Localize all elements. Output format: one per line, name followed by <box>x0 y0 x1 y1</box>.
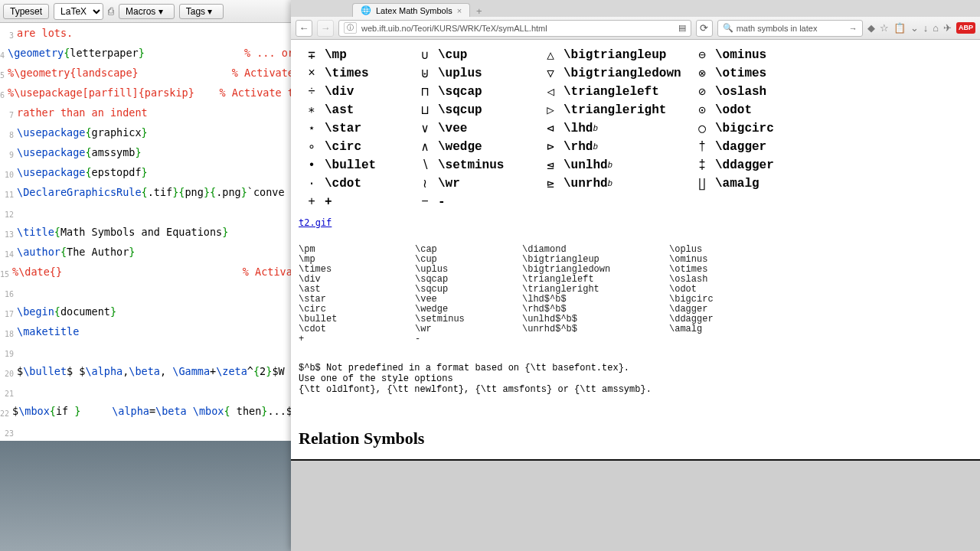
close-tab-icon[interactable]: × <box>457 6 462 15</box>
editor-source-view[interactable]: 3are lots.4\geometry{letterpaper} % ... … <box>0 23 291 502</box>
home-icon[interactable]: ⌂ <box>933 22 939 34</box>
download-icon[interactable]: ↓ <box>923 22 929 34</box>
new-tab-button[interactable]: + <box>470 5 488 17</box>
plain-text-table: \pm\cap\diamond\oplus\mp\cup\bigtriangle… <box>299 245 972 344</box>
page-content: ∓\mp∪\cup△\bigtriangleup⊖\ominus×\times⊎… <box>291 40 980 459</box>
back-button[interactable]: ← <box>296 20 312 37</box>
tags-dropdown[interactable]: Tags ▾ <box>179 4 224 19</box>
diamond-icon[interactable]: ◆ <box>867 22 875 34</box>
program-select[interactable]: LaTeX <box>54 3 103 20</box>
go-icon[interactable]: → <box>849 24 858 33</box>
pocket-icon[interactable]: ⌄ <box>910 22 919 34</box>
gif-link[interactable]: t2.gif <box>299 217 332 228</box>
toolbar-icons: ◆ ☆ 📋 ⌄ ↓ ⌂ ✈ ABP <box>867 22 975 34</box>
url-text: web.ift.uib.no/Teori/KURS/WRK/TeX/symALL… <box>361 24 547 33</box>
clipboard-icon[interactable]: 📋 <box>893 22 906 34</box>
desktop-background <box>0 441 291 551</box>
relation-symbols-heading: Relation Symbols <box>299 429 972 448</box>
tab-title: Latex Math Symbols <box>376 6 452 15</box>
reader-icon[interactable]: ▤ <box>678 23 686 33</box>
globe-icon: 🌐 <box>361 5 371 15</box>
editor-toolbar: Typeset LaTeX ⎙ Macros ▾ Tags ▾ <box>0 0 291 23</box>
info-icon[interactable]: ⓘ <box>344 22 357 34</box>
tab-strip: 🌐 Latex Math Symbols × + <box>291 0 980 17</box>
print-icon[interactable]: ⎙ <box>108 5 114 17</box>
search-text: math symbols in latex <box>737 24 818 33</box>
reload-button[interactable]: ⟳ <box>696 20 713 37</box>
abp-icon[interactable]: ABP <box>956 22 975 34</box>
video-letterbox <box>291 459 980 551</box>
search-icon: 🔍 <box>723 23 733 33</box>
macros-dropdown[interactable]: Macros ▾ <box>119 4 175 19</box>
url-field[interactable]: ⓘ web.ift.uib.no/Teori/KURS/WRK/TeX/symA… <box>338 20 691 37</box>
address-bar: ← → ⓘ web.ift.uib.no/Teori/KURS/WRK/TeX/… <box>291 17 980 40</box>
footnote-text: $^b$ Not predefined in a format based on… <box>299 363 972 395</box>
typeset-button[interactable]: Typeset <box>3 4 49 19</box>
forward-button[interactable]: → <box>317 20 334 37</box>
browser-tab[interactable]: 🌐 Latex Math Symbols × <box>352 3 470 17</box>
star-icon[interactable]: ☆ <box>880 22 889 34</box>
send-icon[interactable]: ✈ <box>943 22 952 34</box>
symbol-table: ∓\mp∪\cup△\bigtriangleup⊖\ominus×\times⊎… <box>299 46 972 211</box>
search-field[interactable]: 🔍 math symbols in latex → <box>717 20 863 37</box>
